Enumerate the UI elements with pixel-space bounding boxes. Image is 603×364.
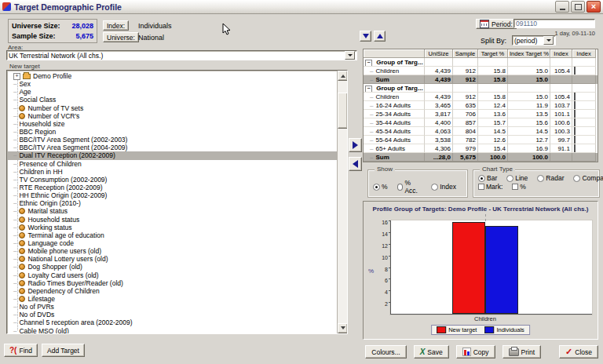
chart-type-checkbox[interactable]: %	[512, 183, 526, 191]
tree-scrollbar[interactable]	[337, 71, 347, 333]
radio-icon[interactable]	[397, 184, 404, 191]
radio-icon[interactable]	[506, 175, 513, 182]
tree-item[interactable]: –BBC/ITV Area Segment (2002-2003)	[7, 136, 347, 144]
scroll-down-icon[interactable]	[338, 323, 348, 333]
table-row[interactable]: − Group of Targ...	[364, 58, 598, 67]
table-row[interactable]: − Group of Targ...	[364, 84, 598, 93]
tree-item[interactable]: –BBC Region	[7, 128, 347, 136]
move-up-button[interactable]	[374, 31, 386, 42]
copy-button[interactable]: Copy	[456, 345, 495, 359]
table-row[interactable]: –Sum4,43991215.815.0	[364, 75, 598, 84]
tree-item[interactable]: –Social Class	[7, 96, 347, 104]
checkbox-icon[interactable]	[478, 184, 484, 190]
tree-item[interactable]: –Language code	[7, 239, 347, 247]
tree-item[interactable]: –Mobile phone users (old)	[7, 247, 347, 255]
table-row[interactable]: –35-44 Adults4,40085715.715.6100.6	[364, 118, 598, 127]
close-icon[interactable]	[587, 1, 601, 13]
scroll-up-icon[interactable]	[338, 71, 348, 81]
show-option[interactable]: Index	[431, 183, 456, 191]
minimize-icon[interactable]	[555, 1, 569, 13]
table-row[interactable]: –Children4,43991215.815.0105.4	[364, 93, 598, 101]
tree-item[interactable]: –Ethnic Origin (2010-)	[7, 199, 347, 207]
tree-item[interactable]: –No of DVDs	[7, 311, 347, 318]
chart-type-option[interactable]: Line	[506, 174, 528, 182]
tree-item[interactable]: –RTE Reception (2002-2009)	[7, 184, 347, 191]
tree-connector: –	[370, 145, 373, 152]
scrollbar-thumb[interactable]	[338, 93, 348, 129]
add-target-button[interactable]: Add Target	[42, 344, 85, 357]
tree-item[interactable]: –Radio Times Buyer/Reader (old)	[7, 279, 347, 287]
tree-item[interactable]: –Sex	[7, 80, 347, 88]
area-dropdown[interactable]: UK Terrestrial Network (All chs.)	[6, 50, 357, 60]
chart-type-option[interactable]: Compas	[573, 174, 603, 182]
radio-icon[interactable]	[373, 184, 380, 191]
tree-item[interactable]: –Dual ITV Reception (2002-2009)	[7, 151, 347, 159]
column-header[interactable]: UniSize	[425, 49, 453, 58]
tree-item[interactable]: –Age	[7, 88, 347, 96]
close-button[interactable]: ✓Close	[559, 345, 598, 359]
expander-plus-icon[interactable]: +	[13, 73, 20, 80]
transfer-right-button[interactable]	[349, 138, 362, 152]
column-header[interactable]: Sample	[453, 49, 478, 58]
period-input[interactable]: 091110	[513, 19, 595, 28]
move-down-button[interactable]	[360, 31, 371, 42]
show-option[interactable]: %	[373, 183, 388, 191]
expander-minus-icon[interactable]: −	[365, 86, 372, 93]
tree-item[interactable]: –Cable MSO (old)	[7, 327, 347, 335]
tree-item[interactable]: –Dependency of Children	[7, 287, 347, 295]
tree-item[interactable]: –Working status	[7, 224, 347, 231]
tree-item[interactable]: –Dog Shopper (old)	[7, 263, 347, 271]
chart-type-checkbox[interactable]: Mark:	[478, 183, 502, 191]
tree-item[interactable]: –National Lottery users (old)	[7, 255, 347, 263]
expander-minus-icon[interactable]: −	[365, 60, 372, 67]
radio-icon[interactable]	[537, 175, 544, 182]
transfer-left-button[interactable]	[349, 157, 362, 171]
table-row[interactable]: –25-34 Adults3,81770613.613.5101.1	[364, 110, 598, 118]
table-row[interactable]: –65+ Adults4,30697915.416.991.1	[364, 144, 598, 153]
table-row[interactable]: –Children4,43991215.815.0105.4	[364, 67, 598, 75]
tree-item[interactable]: –Marital status	[7, 207, 347, 215]
chevron-down-icon[interactable]	[543, 36, 554, 45]
tree-item[interactable]: –Number of TV sets	[7, 104, 347, 112]
print-button[interactable]: Print	[502, 345, 541, 359]
table-row[interactable]: –16-24 Adults3,46563512.411.9103.7	[364, 101, 598, 110]
column-header[interactable]	[364, 49, 425, 58]
column-header[interactable]: Index	[550, 49, 572, 58]
chart-type-option[interactable]: Bar	[478, 174, 497, 182]
column-header[interactable]: Index	[572, 49, 596, 58]
tree-item[interactable]: –Channel 5 reception area (2002-2009)	[7, 318, 347, 326]
period-button[interactable]: Period:	[476, 19, 517, 29]
tree-item[interactable]: –Household size	[7, 120, 347, 128]
tree-item[interactable]: –Loyalty Card users (old)	[7, 271, 347, 279]
table-row[interactable]: –45-54 Adults4,06380414.514.5100.3	[364, 127, 598, 136]
tree-item[interactable]: –Number of VCR's	[7, 112, 347, 120]
tree-item[interactable]: +Demo Profile	[7, 72, 347, 80]
tree-item[interactable]: –Terminal age of education	[7, 231, 347, 239]
column-header[interactable]: Index Target %	[508, 49, 550, 58]
split-by-dropdown[interactable]: (period)	[512, 35, 556, 46]
chevron-down-icon[interactable]	[345, 51, 355, 60]
checkbox-icon[interactable]	[512, 184, 518, 190]
table-row[interactable]: –55-64 Adults3,53878212.612.799.7	[364, 136, 598, 144]
table-row[interactable]: –Sum...28,05,675100.0100.0	[364, 153, 598, 162]
tree-item[interactable]: –TV Consumption (2002-2009)	[7, 176, 347, 184]
show-option[interactable]: % Acc.	[397, 179, 422, 195]
radio-icon[interactable]	[573, 175, 580, 182]
tree-item[interactable]: –Household status	[7, 216, 347, 224]
tree-item[interactable]: –HH Ethnic Origin (2002-2009)	[7, 191, 347, 199]
chart-type-option[interactable]: Radar	[537, 174, 564, 182]
find-button[interactable]: ?( Find	[4, 344, 38, 357]
radio-icon[interactable]	[431, 184, 438, 191]
colours-button[interactable]: Colours...	[365, 345, 406, 359]
column-header[interactable]: Target %	[478, 49, 508, 58]
restore-icon[interactable]	[571, 1, 585, 13]
save-button[interactable]: XSave	[414, 345, 449, 359]
universe-button[interactable]: Universe:	[103, 32, 139, 42]
tree-item[interactable]: –BBC/ITV Area Segment (2004-2009)	[7, 144, 347, 151]
tree-item[interactable]: –Children in HH	[7, 168, 347, 176]
tree-item[interactable]: –Presence of Children	[7, 160, 347, 168]
index-button[interactable]: Index:	[103, 20, 129, 31]
radio-icon[interactable]	[478, 175, 485, 182]
tree-item[interactable]: –Lifestage	[7, 295, 347, 303]
tree-item[interactable]: –No of PVRs	[7, 303, 347, 311]
